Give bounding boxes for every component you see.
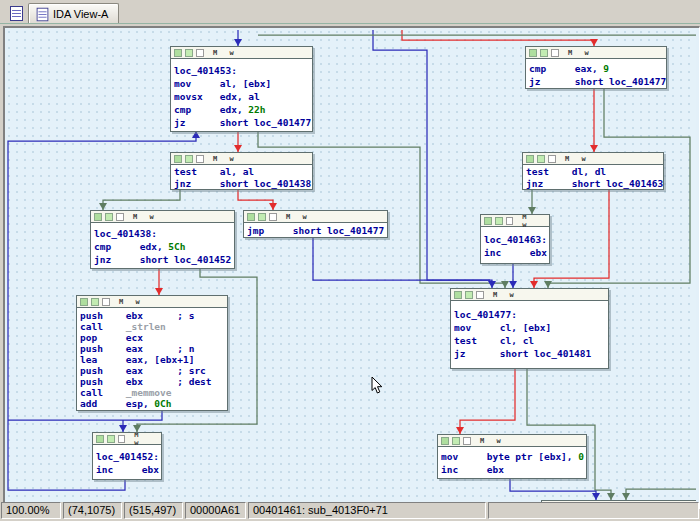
- group-node-icon[interactable]: [196, 49, 204, 57]
- edge-arrowhead: [622, 493, 630, 500]
- asm-line: loc_401477:: [454, 308, 605, 321]
- color-node-icon[interactable]: [174, 49, 182, 57]
- minimize-window-icons[interactable]: M w: [565, 155, 590, 163]
- edge-arrowhead: [155, 288, 163, 295]
- minimize-window-icons[interactable]: M w: [134, 432, 158, 447]
- group-node-icon[interactable]: [548, 155, 556, 163]
- edge-arrowhead: [509, 281, 517, 288]
- color-node-icon[interactable]: [96, 435, 104, 443]
- block-code: push ebx ; scall _strlenpop ecxpush eax …: [77, 308, 227, 409]
- block-title-bar[interactable]: M w: [171, 47, 312, 59]
- window-icon-button[interactable]: [7, 4, 25, 22]
- asm-line: jz short loc_401477: [529, 75, 663, 88]
- block-loc_401452[interactable]: M wloc_401452:inc ebx: [92, 432, 162, 480]
- asm-line: inc ebx: [441, 463, 583, 476]
- group-node-icon[interactable]: [551, 49, 559, 57]
- block-title-bar[interactable]: M w: [451, 289, 608, 301]
- color-node-icon[interactable]: [537, 155, 545, 163]
- edge-arrowhead: [488, 281, 496, 288]
- block-title-bar[interactable]: M w: [526, 47, 666, 59]
- group-node-icon[interactable]: [118, 435, 126, 443]
- color-node-icon[interactable]: [495, 217, 503, 225]
- group-node-icon[interactable]: [196, 155, 204, 163]
- edge-arrowhead: [234, 145, 242, 152]
- group-node-icon[interactable]: [506, 217, 514, 225]
- block-title-bar[interactable]: M w: [77, 296, 227, 308]
- color-node-icon[interactable]: [540, 49, 548, 57]
- block-title-bar[interactable]: M w: [93, 433, 161, 445]
- color-node-icon[interactable]: [452, 437, 460, 445]
- block-jmp[interactable]: M wjmp short loc_401477: [243, 210, 388, 238]
- color-node-icon[interactable]: [105, 213, 113, 221]
- block-loc_401453[interactable]: M wloc_401453:mov al, [ebx]movsx edx, al…: [170, 46, 313, 132]
- color-node-icon[interactable]: [185, 49, 193, 57]
- asm-line: loc_401463:: [484, 233, 546, 246]
- color-node-icon[interactable]: [526, 155, 534, 163]
- disassembly-graph-canvas[interactable]: M wloc_401453:mov al, [ebx]movsx edx, al…: [5, 28, 696, 505]
- block-code: cmp eax, 9jz short loc_401477: [526, 59, 666, 88]
- color-node-icon[interactable]: [80, 298, 88, 306]
- asm-line: loc_401438:: [94, 227, 231, 240]
- color-node-icon[interactable]: [441, 437, 449, 445]
- block-title-bar[interactable]: M w: [438, 435, 586, 447]
- block-loc_401438[interactable]: M wloc_401438:cmp edx, 5Chjnz short loc_…: [90, 210, 235, 269]
- color-node-icon[interactable]: [454, 291, 462, 299]
- block-title-bar[interactable]: M w: [481, 215, 549, 227]
- tab-ida-view-a[interactable]: IDA View-A: [28, 3, 119, 24]
- color-node-icon[interactable]: [91, 298, 99, 306]
- color-node-icon[interactable]: [529, 49, 537, 57]
- color-node-icon[interactable]: [258, 213, 266, 221]
- tab-label: IDA View-A: [53, 8, 108, 20]
- color-node-icon[interactable]: [174, 155, 182, 163]
- edge-arrowhead: [544, 281, 552, 288]
- status-bar: 100.00%(74,1075)(515,497)00000A610040146…: [1, 502, 699, 519]
- group-node-icon[interactable]: [269, 213, 277, 221]
- tab-document-icon: [37, 8, 49, 22]
- minimize-window-icons[interactable]: M w: [213, 49, 238, 57]
- block-title-bar[interactable]: M w: [523, 153, 663, 165]
- group-node-icon[interactable]: [102, 298, 110, 306]
- minimize-window-icons[interactable]: M w: [522, 214, 546, 229]
- block-title-bar[interactable]: M w: [91, 211, 234, 223]
- minimize-window-icons[interactable]: M w: [213, 155, 238, 163]
- block-mov-byte[interactable]: M wmov byte ptr [ebx], 0inc ebx: [437, 434, 587, 479]
- color-node-icon[interactable]: [247, 213, 255, 221]
- block-test-al[interactable]: M wtest al, aljnz short loc_401438: [170, 152, 313, 190]
- minimize-window-icons[interactable]: M w: [133, 213, 158, 221]
- block-title-bar[interactable]: M w: [244, 211, 387, 223]
- minimize-window-icons[interactable]: M w: [480, 437, 505, 445]
- minimize-window-icons[interactable]: M w: [493, 291, 518, 299]
- edge-arrowhead: [99, 203, 107, 210]
- block-cmp-eax-9[interactable]: M wcmp eax, 9jz short loc_401477: [525, 46, 667, 89]
- asm-line: add esp, 0Ch: [80, 398, 224, 409]
- group-node-icon[interactable]: [463, 437, 471, 445]
- edge-arrowhead: [607, 493, 615, 500]
- group-node-icon[interactable]: [476, 291, 484, 299]
- block-title-bar[interactable]: M w: [171, 153, 312, 165]
- edge-arrowhead: [234, 39, 242, 46]
- minimize-window-icons[interactable]: M w: [119, 298, 144, 306]
- block-loc_401463[interactable]: M wloc_401463:inc ebx: [480, 214, 550, 264]
- color-node-icon[interactable]: [484, 217, 492, 225]
- asm-line: lea eax, [ebx+1]: [80, 354, 224, 365]
- color-node-icon[interactable]: [465, 291, 473, 299]
- block-code: loc_401453:mov al, [ebx]movsx edx, alcmp…: [171, 59, 312, 129]
- asm-line: movsx edx, al: [174, 90, 309, 103]
- asm-line: test dl, dl: [526, 166, 660, 178]
- block-code: loc_401438:cmp edx, 5Chjnz short loc_401…: [91, 223, 234, 266]
- minimize-window-icons[interactable]: M w: [286, 213, 311, 221]
- block-strlen-memmove[interactable]: M wpush ebx ; scall _strlenpop ecxpush e…: [76, 295, 228, 411]
- color-node-icon[interactable]: [107, 435, 115, 443]
- minimize-window-icons[interactable]: M w: [568, 49, 593, 57]
- color-node-icon[interactable]: [94, 213, 102, 221]
- block-code: jmp short loc_401477: [244, 223, 387, 237]
- asm-line: cmp edx, 5Ch: [94, 240, 231, 253]
- color-node-icon[interactable]: [185, 155, 193, 163]
- status-cell-2: (515,497): [124, 502, 183, 519]
- group-node-icon[interactable]: [116, 213, 124, 221]
- block-code: loc_401477:mov cl, [ebx]test cl, cljz sh…: [451, 301, 608, 360]
- edge-arrowhead: [456, 427, 464, 434]
- document-icon: [10, 6, 23, 21]
- block-loc_401477[interactable]: M wloc_401477:mov cl, [ebx]test cl, cljz…: [450, 288, 609, 369]
- block-test-dl[interactable]: M wtest dl, dljnz short loc_401463: [522, 152, 664, 190]
